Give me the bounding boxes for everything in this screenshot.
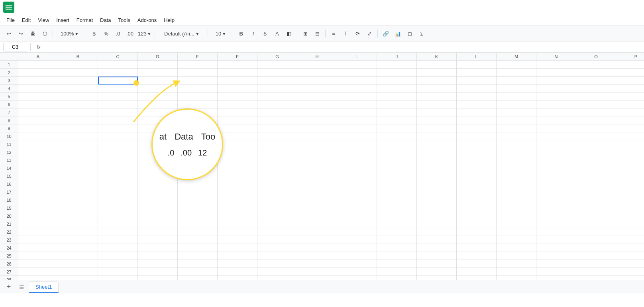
cell-J5[interactable] — [377, 92, 417, 100]
cell-I22[interactable] — [337, 228, 377, 236]
cell-O8[interactable] — [576, 116, 616, 124]
cell-L16[interactable] — [457, 180, 497, 188]
cell-O22[interactable] — [576, 228, 616, 236]
cell-G20[interactable] — [257, 212, 297, 220]
cell-H27[interactable] — [297, 268, 337, 276]
cell-C27[interactable] — [98, 268, 138, 276]
cell-O1[interactable] — [576, 61, 616, 69]
cell-A10[interactable] — [18, 132, 58, 140]
col-header-B[interactable]: B — [58, 53, 98, 60]
cell-N6[interactable] — [536, 100, 576, 108]
row-num-23[interactable]: 23 — [0, 236, 18, 244]
cell-A6[interactable] — [18, 100, 58, 108]
cell-L11[interactable] — [457, 140, 497, 148]
cell-L15[interactable] — [457, 172, 497, 180]
cell-K15[interactable] — [417, 172, 457, 180]
borders-button[interactable]: ⊞ — [300, 28, 311, 39]
menu-item-help[interactable]: Help — [161, 16, 178, 24]
cell-F21[interactable] — [218, 220, 257, 228]
cell-K6[interactable] — [417, 100, 457, 108]
cell-O14[interactable] — [576, 164, 616, 172]
cell-A8[interactable] — [18, 116, 58, 124]
cell-F16[interactable] — [218, 180, 257, 188]
cell-J22[interactable] — [377, 228, 417, 236]
cell-P14[interactable] — [616, 164, 644, 172]
cell-O6[interactable] — [576, 100, 616, 108]
cell-A2[interactable] — [18, 69, 58, 77]
cell-O7[interactable] — [576, 108, 616, 116]
cell-J16[interactable] — [377, 180, 417, 188]
cell-N3[interactable] — [536, 77, 576, 85]
row-num-2[interactable]: 2 — [0, 69, 18, 77]
paint-format-button[interactable]: ⬡ — [39, 28, 50, 39]
col-header-M[interactable]: M — [497, 53, 536, 60]
cell-P1[interactable] — [616, 61, 644, 69]
cell-J21[interactable] — [377, 220, 417, 228]
cell-A5[interactable] — [18, 92, 58, 100]
cell-F18[interactable] — [218, 196, 257, 204]
cell-F7[interactable] — [218, 108, 257, 116]
cell-D21[interactable] — [138, 220, 178, 228]
cell-C25[interactable] — [98, 252, 138, 260]
cell-H19[interactable] — [297, 204, 337, 212]
cell-F27[interactable] — [218, 268, 257, 276]
cell-G26[interactable] — [257, 260, 297, 268]
cell-O10[interactable] — [576, 132, 616, 140]
cell-M13[interactable] — [497, 156, 536, 164]
cell-K21[interactable] — [417, 220, 457, 228]
cell-F1[interactable] — [218, 61, 257, 69]
cell-B8[interactable] — [58, 116, 98, 124]
row-num-11[interactable]: 11 — [0, 140, 18, 148]
cell-J15[interactable] — [377, 172, 417, 180]
cell-M3[interactable] — [497, 77, 536, 85]
cell-I14[interactable] — [337, 164, 377, 172]
cell-D17[interactable] — [138, 188, 178, 196]
cell-P3[interactable] — [616, 77, 644, 85]
cell-P18[interactable] — [616, 196, 644, 204]
row-num-6[interactable]: 6 — [0, 100, 18, 108]
cell-D18[interactable] — [138, 196, 178, 204]
cell-G23[interactable] — [257, 236, 297, 244]
cell-K16[interactable] — [417, 180, 457, 188]
cell-H11[interactable] — [297, 140, 337, 148]
cell-L14[interactable] — [457, 164, 497, 172]
row-num-8[interactable]: 8 — [0, 116, 18, 124]
cell-N9[interactable] — [536, 124, 576, 132]
row-num-22[interactable]: 22 — [0, 228, 18, 236]
cell-C1[interactable] — [98, 61, 138, 69]
font-family-select[interactable]: Default (Ari... ▾ — [157, 28, 205, 39]
fill-color-button[interactable]: ◧ — [283, 28, 295, 39]
cell-O19[interactable] — [576, 204, 616, 212]
cell-M19[interactable] — [497, 204, 536, 212]
undo-button[interactable]: ↩ — [3, 28, 14, 39]
redo-button[interactable]: ↪ — [15, 28, 26, 39]
decimal-inc-button[interactable]: .00 — [124, 28, 135, 39]
cell-A18[interactable] — [18, 196, 58, 204]
cell-O25[interactable] — [576, 252, 616, 260]
cell-F11[interactable] — [218, 140, 257, 148]
cell-B22[interactable] — [58, 228, 98, 236]
cell-G2[interactable] — [257, 69, 297, 77]
row-num-15[interactable]: 15 — [0, 172, 18, 180]
cell-L27[interactable] — [457, 268, 497, 276]
row-num-3[interactable]: 3 — [0, 77, 18, 85]
cell-B25[interactable] — [58, 252, 98, 260]
cell-I23[interactable] — [337, 236, 377, 244]
row-num-25[interactable]: 25 — [0, 252, 18, 260]
cell-L20[interactable] — [457, 212, 497, 220]
cell-N16[interactable] — [536, 180, 576, 188]
cell-F3[interactable] — [218, 77, 257, 85]
cell-O13[interactable] — [576, 156, 616, 164]
cell-N7[interactable] — [536, 108, 576, 116]
cell-F4[interactable] — [218, 85, 257, 92]
cell-C15[interactable] — [98, 172, 138, 180]
cell-I4[interactable] — [337, 85, 377, 92]
cell-A25[interactable] — [18, 252, 58, 260]
cell-M15[interactable] — [497, 172, 536, 180]
cell-G19[interactable] — [257, 204, 297, 212]
cell-C12[interactable] — [98, 148, 138, 156]
cell-P22[interactable] — [616, 228, 644, 236]
cell-A11[interactable] — [18, 140, 58, 148]
col-header-I[interactable]: I — [337, 53, 377, 60]
cell-B11[interactable] — [58, 140, 98, 148]
